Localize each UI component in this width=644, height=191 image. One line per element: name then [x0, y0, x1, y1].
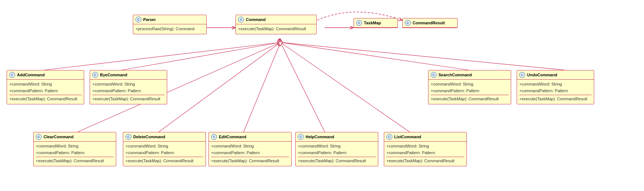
byecommand-method: +execute(TaskMap): CommandResult	[92, 96, 165, 103]
helpcommand-attr2: +commandPattern: Pattern	[298, 150, 376, 156]
deletecommand-class: C DeleteCommand +commandWord: String +co…	[123, 132, 206, 166]
taskmap-badge: C	[356, 20, 362, 26]
helpcommand-body: +commandWord: String +commandPattern: Pa…	[296, 142, 378, 166]
taskmap-name: TaskMap	[364, 21, 381, 25]
commandresult-class: C CommandResult	[402, 18, 458, 28]
byecommand-name: ByeCommand	[100, 73, 127, 77]
listcommand-name: ListCommand	[394, 135, 421, 139]
clearcommand-body: +commandWord: String +commandPattern: Pa…	[34, 142, 116, 166]
deletecommand-method: +execute(TaskMap): CommandResult	[125, 158, 203, 164]
listcommand-header: C ListCommand	[384, 132, 466, 142]
addcommand-badge: C	[9, 72, 15, 78]
addcommand-attr2: +commandPattern: Pattern	[9, 88, 82, 94]
svg-line-10	[280, 42, 469, 70]
undocommand-attr2: +commandPattern: Pattern	[519, 88, 592, 94]
deletecommand-header: C DeleteCommand	[123, 132, 206, 142]
editcommand-class: C EditCommand +commandWord: String +comm…	[209, 132, 292, 166]
deletecommand-name: DeleteCommand	[133, 135, 165, 139]
byecommand-class: C ByeCommand +commandWord: String +comma…	[90, 70, 167, 104]
clearcommand-attr1: +commandWord: String	[36, 143, 114, 150]
listcommand-attr1: +commandWord: String	[386, 143, 464, 150]
command-class: A Command +execute(TaskMap): CommandResu…	[235, 15, 317, 34]
undocommand-badge: C	[519, 72, 525, 78]
parser-badge: C	[135, 17, 141, 22]
addcommand-method: +execute(TaskMap): CommandResult	[9, 96, 82, 103]
listcommand-badge: C	[386, 134, 392, 140]
searchcommand-method: +execute(TaskMap): CommandResult	[431, 96, 509, 103]
searchcommand-attr1: +commandWord: String	[431, 81, 509, 88]
helpcommand-header: C HelpCommand	[296, 132, 378, 142]
clearcommand-header: C ClearCommand	[34, 132, 116, 142]
parser-header: C Parser	[133, 15, 206, 24]
parser-method: +processRaw(String): Command	[135, 26, 204, 32]
deletecommand-attr1: +commandWord: String	[125, 143, 203, 150]
clearcommand-attr2: +commandPattern: Pattern	[36, 150, 114, 156]
undocommand-method: +execute(TaskMap): CommandResult	[519, 96, 592, 103]
byecommand-badge: C	[92, 72, 98, 78]
taskmap-class: C TaskMap	[354, 18, 398, 28]
deletecommand-attr2: +commandPattern: Pattern	[125, 150, 203, 156]
svg-line-3	[44, 42, 280, 70]
editcommand-attr1: +commandWord: String	[211, 143, 289, 150]
command-header: A Command	[236, 15, 316, 24]
byecommand-body: +commandWord: String +commandPattern: Pa…	[90, 80, 167, 104]
listcommand-class: C ListCommand +commandWord: String +comm…	[384, 132, 467, 166]
addcommand-body: +commandWord: String +commandPattern: Pa…	[7, 80, 84, 104]
parser-name: Parser	[143, 17, 156, 22]
editcommand-body: +commandWord: String +commandPattern: Pa…	[209, 142, 291, 166]
byecommand-attr1: +commandWord: String	[92, 81, 165, 88]
editcommand-method: +execute(TaskMap): CommandResult	[211, 158, 289, 164]
command-body: +execute(TaskMap): CommandResult	[236, 24, 316, 34]
addcommand-class: C AddCommand +commandWord: String +comma…	[7, 70, 84, 104]
svg-line-6	[159, 42, 280, 132]
clearcommand-class: C ClearCommand +commandWord: String +com…	[33, 132, 116, 166]
clearcommand-method: +execute(TaskMap): CommandResult	[36, 158, 114, 164]
editcommand-badge: C	[211, 134, 217, 140]
commandresult-header: C CommandResult	[403, 18, 457, 28]
helpcommand-attr1: +commandWord: String	[298, 143, 376, 150]
commandresult-name: CommandResult	[413, 21, 445, 25]
parser-body: +processRaw(String): Command	[133, 24, 206, 34]
diagram-container: A Command +execute(TaskMap): CommandResu…	[0, 0, 644, 191]
command-method: +execute(TaskMap): CommandResult	[238, 26, 314, 32]
searchcommand-header: C SearchCommand	[428, 70, 511, 80]
command-badge: A	[238, 17, 244, 22]
addcommand-attr1: +commandWord: String	[9, 81, 82, 88]
commandresult-badge: C	[405, 20, 411, 26]
deletecommand-body: +commandWord: String +commandPattern: Pa…	[123, 142, 206, 166]
clearcommand-name: ClearCommand	[44, 135, 73, 139]
searchcommand-name: SearchCommand	[438, 73, 472, 77]
helpcommand-name: HelpCommand	[306, 135, 334, 139]
svg-line-11	[280, 42, 565, 70]
editcommand-attr2: +commandPattern: Pattern	[211, 150, 289, 156]
parser-class: C Parser +processRaw(String): Command	[133, 15, 207, 34]
undocommand-name: UndoCommand	[527, 73, 557, 77]
command-name: Command	[246, 17, 266, 22]
addcommand-header: C AddCommand	[7, 70, 84, 80]
listcommand-method: +execute(TaskMap): CommandResult	[386, 158, 464, 164]
editcommand-header: C EditCommand	[209, 132, 291, 142]
svg-line-4	[122, 42, 280, 70]
listcommand-attr2: +commandPattern: Pattern	[386, 150, 464, 156]
deletecommand-badge: C	[125, 134, 131, 140]
undocommand-attr1: +commandWord: String	[519, 81, 592, 88]
helpcommand-method: +execute(TaskMap): CommandResult	[298, 158, 376, 164]
addcommand-name: AddCommand	[17, 73, 45, 77]
svg-line-9	[280, 42, 410, 132]
searchcommand-attr2: +commandPattern: Pattern	[431, 88, 509, 94]
undocommand-class: C UndoCommand +commandWord: String +comm…	[517, 70, 594, 104]
helpcommand-badge: C	[298, 134, 304, 140]
helpcommand-class: C HelpCommand +commandWord: String +comm…	[295, 132, 378, 166]
searchcommand-body: +commandWord: String +commandPattern: Pa…	[428, 80, 511, 104]
clearcommand-badge: C	[36, 134, 42, 140]
taskmap-header: C TaskMap	[354, 18, 397, 28]
svg-line-8	[280, 42, 325, 132]
undocommand-header: C UndoCommand	[517, 70, 594, 80]
byecommand-attr2: +commandPattern: Pattern	[92, 88, 165, 94]
byecommand-header: C ByeCommand	[90, 70, 167, 80]
searchcommand-class: C SearchCommand +commandWord: String +co…	[428, 70, 511, 104]
editcommand-name: EditCommand	[219, 135, 247, 139]
listcommand-body: +commandWord: String +commandPattern: Pa…	[384, 142, 466, 166]
searchcommand-badge: C	[431, 72, 437, 78]
svg-line-7	[244, 42, 280, 132]
